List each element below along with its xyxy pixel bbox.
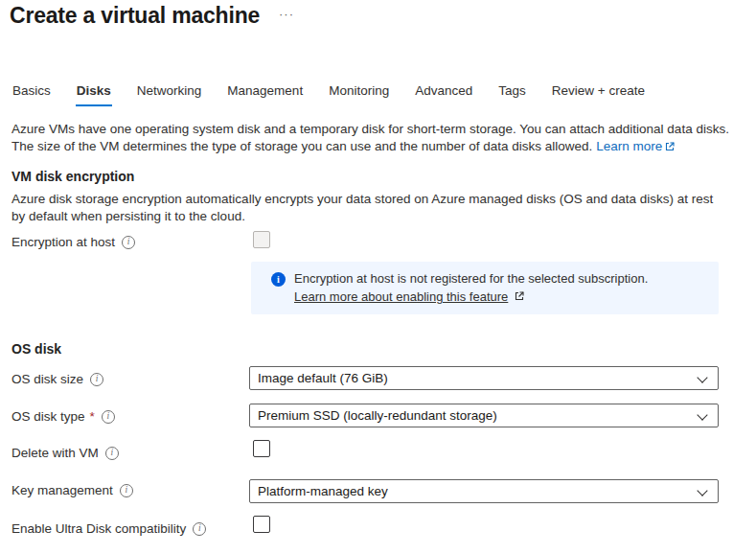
tab-monitoring[interactable]: Monitoring — [328, 83, 390, 106]
info-icon[interactable]: i — [90, 373, 103, 386]
info-icon[interactable]: i — [120, 484, 133, 497]
banner-message: Encryption at host is not registered for… — [294, 271, 706, 286]
tab-basics[interactable]: Basics — [11, 83, 52, 106]
disks-intro-text: Azure VMs have one operating system disk… — [11, 121, 747, 155]
tab-tags[interactable]: Tags — [497, 83, 527, 106]
learn-more-link[interactable]: Learn more — [596, 139, 675, 153]
key-management-dropdown[interactable]: Platform-managed key — [249, 479, 719, 503]
tab-bar: Basics Disks Networking Management Monit… — [11, 83, 646, 106]
info-icon[interactable]: i — [193, 522, 206, 536]
vm-disk-encryption-heading: VM disk encryption — [11, 169, 134, 184]
os-disk-type-label: OS disk type * i — [11, 409, 115, 424]
os-disk-size-dropdown[interactable]: Image default (76 GiB) — [249, 366, 719, 390]
delete-with-vm-checkbox[interactable] — [253, 440, 270, 457]
delete-with-vm-label: Delete with VM i — [11, 446, 119, 460]
tab-review-create[interactable]: Review + create — [551, 83, 646, 106]
chevron-down-icon — [697, 372, 707, 382]
info-icon[interactable]: i — [105, 447, 119, 460]
key-management-label: Key management i — [11, 483, 133, 497]
os-disk-size-label: OS disk size i — [11, 372, 103, 386]
more-options-icon[interactable]: ··· — [279, 7, 294, 21]
encryption-at-host-checkbox — [253, 231, 270, 248]
os-disk-type-dropdown[interactable]: Premium SSD (locally-redundant storage) — [249, 404, 719, 427]
required-marker: * — [90, 409, 95, 424]
ultra-disk-compatibility-checkbox[interactable] — [253, 516, 270, 533]
banner-info-icon: i — [271, 272, 286, 287]
banner-learn-more-link[interactable]: Learn more about enabling this feature — [294, 289, 524, 304]
chevron-down-icon — [697, 409, 707, 420]
external-link-icon — [665, 139, 675, 156]
info-icon[interactable]: i — [122, 236, 135, 249]
tab-advanced[interactable]: Advanced — [414, 83, 473, 106]
chevron-down-icon — [697, 485, 707, 496]
encryption-at-host-label: Encryption at host i — [11, 235, 135, 249]
tab-management[interactable]: Management — [226, 83, 304, 106]
page-title: Create a virtual machine — [10, 3, 260, 29]
info-icon[interactable]: i — [102, 410, 115, 424]
ultra-disk-compatibility-label: Enable Ultra Disk compatibility i — [11, 521, 206, 536]
create-vm-page: Create a virtual machine ··· Basics Disk… — [0, 0, 756, 554]
tab-disks[interactable]: Disks — [76, 83, 112, 106]
vm-disk-encryption-description: Azure disk storage encryption automatica… — [11, 191, 725, 224]
external-link-icon — [515, 289, 524, 304]
info-banner: i Encryption at host is not registered f… — [251, 262, 719, 314]
tab-networking[interactable]: Networking — [136, 83, 203, 106]
os-disk-heading: OS disk — [11, 341, 61, 357]
